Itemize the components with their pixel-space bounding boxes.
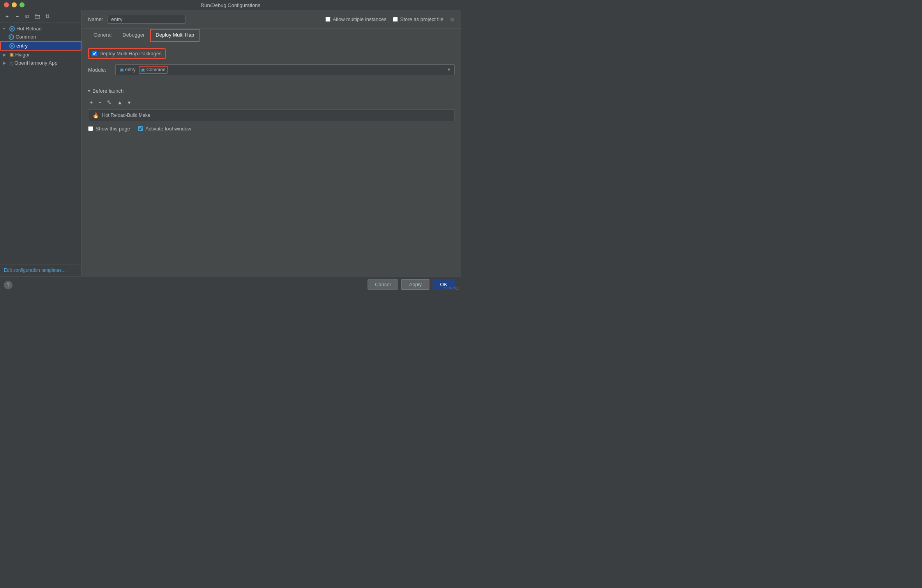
show-this-page-label[interactable]: Show this page	[88, 126, 130, 132]
tab-deploy-multi-hap[interactable]: Deploy Multi Hap	[150, 29, 200, 42]
tree-item-entry[interactable]: H entry	[0, 41, 81, 51]
tree-item-hvigor[interactable]: ▶ ▣ Hvigor	[0, 51, 81, 59]
header-options: Allow multiple instances Store as projec…	[325, 16, 455, 23]
launch-edit-button[interactable]: ✎	[105, 99, 113, 106]
apply-button[interactable]: Apply	[401, 279, 430, 290]
close-button[interactable]	[4, 2, 9, 7]
deploy-section: Deploy Multi Hap Packages Module: ▣ entr…	[88, 48, 455, 75]
module-tags-container: ▣ entry ▣ Common ▼	[115, 64, 455, 75]
before-launch-arrow: ▾	[88, 89, 90, 93]
sort-config-button[interactable]: ⇅	[44, 12, 51, 20]
deploy-multi-hap-checkbox[interactable]	[92, 51, 97, 56]
launch-item-label: Hot Reload-Build Make	[102, 113, 150, 118]
launch-toolbar: + − ✎ ▲ ▾	[88, 97, 455, 108]
deploy-multi-hap-label: Deploy Multi Hap Packages	[99, 51, 162, 56]
maximize-button[interactable]	[19, 2, 25, 7]
allow-multiple-checkbox[interactable]	[325, 17, 330, 22]
before-launch-section: ▾ Before launch + − ✎ ▲ ▾ 🔥 Hot Reload-B…	[88, 83, 455, 136]
common-tag-icon: ▣	[141, 67, 145, 72]
before-launch-header: ▾ Before launch	[88, 88, 455, 94]
store-as-project-label[interactable]: Store as project file	[393, 16, 443, 22]
tree-label-hvigor: Hvigor	[15, 52, 30, 58]
allow-multiple-label[interactable]: Allow multiple instances	[325, 16, 387, 22]
name-label: Name:	[88, 16, 103, 22]
entry-icon: H	[9, 43, 15, 49]
launch-up-button[interactable]: ▲	[115, 99, 124, 106]
activate-tool-window-checkbox[interactable]	[138, 126, 143, 131]
add-config-button[interactable]: +	[3, 12, 11, 20]
common-tag-label: Common	[147, 67, 166, 72]
launch-remove-button[interactable]: −	[97, 99, 103, 106]
window-title: Run/Debug Configurations	[201, 2, 260, 8]
expand-arrow-hvigor: ▶	[3, 53, 8, 57]
entry-tag-icon: ▣	[120, 67, 124, 72]
activate-tool-window-label[interactable]: Activate tool window	[138, 126, 191, 132]
launch-down-button[interactable]: ▾	[126, 99, 132, 106]
right-panel: Name: Allow multiple instances Store as …	[82, 10, 461, 276]
title-bar: Run/Debug Configurations	[0, 0, 461, 10]
bottom-options: Show this page Activate tool window	[88, 121, 455, 136]
tree-label-entry: entry	[16, 43, 28, 49]
hvigor-folder-icon: ▣	[9, 52, 14, 58]
gear-icon[interactable]: ⚙	[450, 16, 455, 23]
expand-arrow-hot-reload: ▾	[3, 26, 8, 31]
common-icon: H	[9, 34, 14, 40]
module-row: Module: ▣ entry ▣ Common ▼	[88, 64, 455, 75]
folder-config-button[interactable]	[34, 12, 41, 20]
show-this-page-checkbox[interactable]	[88, 126, 93, 131]
module-dropdown-button[interactable]: ▼	[446, 66, 452, 73]
before-launch-label: Before launch	[92, 88, 124, 94]
config-tree: ▾ H Hot Reload H Common H entry ▶ ▣ Hvig…	[0, 23, 81, 264]
openharmony-icon: △	[9, 60, 13, 66]
deploy-checkbox-row: Deploy Multi Hap Packages	[88, 48, 455, 59]
remove-config-button[interactable]: −	[13, 12, 21, 20]
tabs-bar: General Debugger Deploy Multi Hap	[82, 29, 461, 42]
hot-reload-launch-icon: 🔥	[92, 112, 99, 118]
hot-reload-icon: H	[9, 26, 15, 32]
tree-label-openharmony: OpenHarmony App	[14, 60, 58, 66]
tab-general[interactable]: General	[88, 29, 117, 42]
left-panel: + − ⧉ ⇅ ▾ H Hot Reload H Common	[0, 10, 82, 276]
launch-item-hot-reload[interactable]: 🔥 Hot Reload-Build Make	[88, 109, 455, 121]
traffic-lights	[4, 2, 25, 7]
module-tag-common[interactable]: ▣ Common	[139, 66, 168, 74]
minimize-button[interactable]	[12, 2, 17, 7]
left-toolbar: + − ⧉ ⇅	[0, 10, 81, 23]
module-tag-entry[interactable]: ▣ entry	[118, 67, 137, 73]
content-area: Deploy Multi Hap Packages Module: ▣ entr…	[82, 42, 461, 276]
svg-rect-0	[35, 15, 40, 18]
tree-label-hot-reload: Hot Reload	[16, 26, 42, 32]
edit-config-templates-link[interactable]: Edit configuration templates...	[0, 264, 81, 276]
module-label: Module:	[88, 67, 111, 73]
cancel-button[interactable]: Cancel	[367, 279, 398, 290]
store-as-project-checkbox[interactable]	[393, 17, 398, 22]
tree-label-common: Common	[16, 34, 36, 40]
footer: ? Cancel Apply OK CSDN博文	[0, 276, 461, 292]
copy-config-button[interactable]: ⧉	[23, 12, 31, 20]
help-button[interactable]: ?	[4, 281, 12, 289]
name-input[interactable]	[108, 15, 185, 24]
entry-tag-label: entry	[125, 67, 136, 72]
main-layout: + − ⧉ ⇅ ▾ H Hot Reload H Common	[0, 10, 461, 276]
watermark: CSDN博文	[442, 286, 459, 291]
tree-item-common[interactable]: H Common	[0, 33, 81, 41]
config-header: Name: Allow multiple instances Store as …	[82, 10, 461, 29]
launch-add-button[interactable]: +	[88, 99, 94, 106]
expand-arrow-openharmony: ▶	[3, 61, 8, 65]
tab-debugger[interactable]: Debugger	[117, 29, 150, 42]
deploy-checkbox-wrapper: Deploy Multi Hap Packages	[88, 48, 166, 59]
tree-item-openharmony[interactable]: ▶ △ OpenHarmony App	[0, 59, 81, 67]
tree-item-hot-reload[interactable]: ▾ H Hot Reload	[0, 25, 81, 33]
